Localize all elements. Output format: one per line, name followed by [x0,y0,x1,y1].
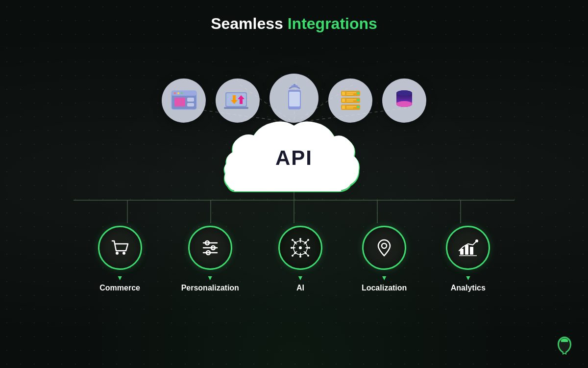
svg-point-53 [299,246,302,249]
bottom-icon-analytics: ▼ Analytics [446,226,490,292]
svg-point-84 [292,255,294,257]
brain-icon [288,235,313,261]
svg-rect-19 [346,92,356,93]
pin-icon [372,236,396,260]
commerce-circle [98,226,142,270]
svg-point-83 [307,239,309,241]
svg-rect-5 [174,98,185,106]
svg-line-76 [293,253,295,255]
transfer-icon [223,88,252,113]
database-icon [391,87,418,114]
localization-label: Localization [362,284,407,292]
top-icon-web-app [162,79,206,123]
svg-rect-28 [342,105,345,109]
web-app-circle [162,79,206,123]
svg-line-61 [304,251,305,253]
analytics-arrow: ▼ [465,274,471,282]
bottom-icons-row: ▼ Commerce ▼ Personalization [0,226,588,292]
page-title: Seamless Integrations [0,0,588,33]
svg-point-81 [308,247,310,249]
svg-point-15 [294,107,295,109]
title-highlight: Integrations [288,15,377,32]
svg-rect-7 [187,103,194,106]
localization-arrow: ▼ [381,274,388,282]
svg-line-74 [293,240,295,242]
svg-line-75 [306,240,308,242]
svg-point-31 [357,106,359,108]
svg-point-85 [307,255,309,257]
commerce-arrow: ▼ [117,274,123,282]
personalization-label: Personalization [181,284,239,292]
logo [554,334,576,358]
svg-rect-24 [346,99,356,100]
api-label: API [275,146,313,170]
personalization-circle [188,226,232,270]
svg-point-78 [299,238,301,240]
ai-label: AI [296,284,304,292]
svg-rect-25 [346,101,353,102]
svg-line-59 [304,243,305,244]
svg-rect-30 [346,107,353,108]
main-container: API ▼ Commerce [0,34,588,368]
svg-point-3 [177,92,179,94]
svg-line-58 [295,243,297,244]
svg-rect-89 [470,247,473,255]
svg-rect-88 [465,245,468,255]
svg-point-44 [116,252,119,255]
svg-rect-10 [224,107,248,109]
bottom-icon-ai: ▼ AI [278,226,322,292]
svg-point-40 [396,101,412,107]
ai-circle [278,226,322,270]
svg-rect-20 [346,94,353,95]
svg-rect-18 [342,92,345,95]
svg-point-21 [357,92,359,95]
bottom-icon-commerce: ▼ Commerce [98,226,142,292]
logo-icon [554,334,576,356]
svg-line-60 [295,251,297,253]
cloud-shape: API [220,113,368,201]
top-icons-row [0,49,588,123]
svg-point-4 [181,92,183,94]
svg-line-77 [306,253,308,255]
dbcluster-icon [337,88,364,113]
svg-rect-29 [346,106,356,107]
svg-point-16 [294,84,295,86]
title-prefix: Seamless [211,15,288,32]
ai-arrow: ▼ [297,274,304,282]
personalization-arrow: ▼ [207,274,214,282]
analytics-label: Analytics [451,284,486,292]
web-app-icon [171,90,197,112]
localization-circle [362,226,406,270]
bottom-icon-localization: ▼ Localization [362,226,407,292]
sliders-icon [198,236,222,260]
mobile-icon [281,82,308,114]
svg-point-86 [382,243,387,248]
svg-point-2 [174,92,176,94]
svg-rect-6 [187,98,194,102]
cart-icon [108,236,132,260]
commerce-label: Commerce [99,284,140,292]
svg-point-79 [299,256,301,258]
svg-rect-9 [226,93,246,106]
bottom-icon-personalization: ▼ Personalization [181,226,239,292]
svg-point-41 [396,90,412,96]
top-icon-database [382,79,426,123]
chart-icon [456,236,480,260]
analytics-circle [446,226,490,270]
svg-point-45 [122,252,125,255]
svg-rect-23 [342,99,345,102]
svg-point-82 [292,239,294,241]
svg-point-80 [291,247,293,249]
cloud-api-container: API [216,113,372,201]
svg-rect-14 [289,92,300,106]
svg-point-26 [357,99,359,102]
svg-point-90 [475,239,478,242]
database-circle [382,79,426,123]
